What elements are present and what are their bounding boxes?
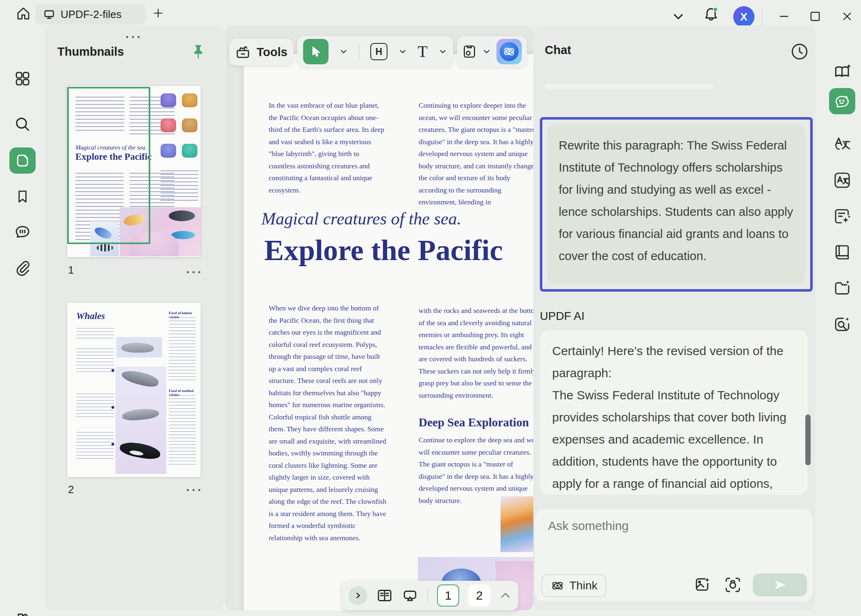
home-icon[interactable] — [16, 6, 31, 23]
save-icon[interactable] — [462, 44, 477, 59]
tools-button-group: Tools — [229, 38, 293, 66]
page-2-button[interactable]: 2 — [468, 584, 490, 607]
thumbnail-2-menu[interactable] — [187, 489, 200, 491]
ai-writer-icon[interactable] — [833, 207, 851, 227]
notifications-bell-icon[interactable] — [703, 6, 719, 25]
ai-translate-icon[interactable] — [833, 135, 851, 155]
pdf-heading-title: Explore the Pacific — [264, 233, 503, 267]
account-avatar[interactable]: X — [733, 6, 755, 27]
document-viewport[interactable]: In the vast embrace of our blue planet, … — [225, 25, 533, 610]
text-tool-chevron-icon[interactable] — [438, 47, 447, 56]
avatar-letter: X — [740, 11, 747, 23]
pdf-deep-para: Continue to explore the deep sea and we … — [419, 434, 533, 507]
ai-read-icon[interactable] — [833, 63, 852, 84]
nav-divider — [427, 589, 428, 602]
heading-tool-button[interactable]: H — [370, 43, 387, 60]
pdf-intro-right: Continuing to explore deeper into the oc… — [419, 100, 533, 208]
ai-assistant-button[interactable] — [496, 39, 522, 64]
reading-mode-icon[interactable] — [376, 587, 393, 604]
think-toggle-button[interactable]: Think — [542, 574, 606, 597]
pin-panel-icon[interactable] — [191, 43, 206, 62]
presentation-icon[interactable] — [402, 587, 418, 604]
thumb-text-block — [169, 317, 196, 383]
thumb-text-block — [76, 349, 114, 375]
thumb-text-block — [76, 394, 114, 417]
toolbox-icon — [235, 44, 251, 60]
thumbnail-page-1[interactable]: Magical creatures of the sea. Explore th… — [67, 86, 201, 257]
thumbnail-page-2[interactable]: Whales Food of baleen whales Food of too… — [67, 303, 201, 477]
search-icon — [14, 116, 31, 133]
collapse-toolbar-icon[interactable] — [672, 10, 685, 25]
close-button[interactable] — [836, 5, 859, 28]
side-by-side-icon[interactable] — [833, 243, 851, 263]
thumbnails-panel-title: Thumbnails — [57, 45, 124, 59]
bookmark-icon — [15, 189, 30, 204]
screenshot-camera-icon[interactable] — [724, 576, 741, 595]
document-tab[interactable]: UPDF-2-files — [35, 4, 146, 25]
sidebar-item-appearance[interactable] — [9, 606, 36, 616]
text-tool-button[interactable]: T — [418, 43, 428, 60]
ai-search-icon[interactable] — [833, 315, 851, 335]
tools-button[interactable]: Tools — [256, 45, 287, 59]
monitor-icon — [43, 9, 55, 20]
sidebar-item-apps[interactable] — [9, 66, 36, 92]
heading-tool-chevron-icon[interactable] — [398, 47, 407, 56]
paperclip-icon — [14, 260, 31, 276]
chat-ai-label: UPDF AI — [540, 310, 585, 323]
ai-swirl-icon — [501, 43, 517, 60]
minimize-button[interactable] — [773, 5, 795, 28]
collapse-nav-chevron-icon[interactable] — [499, 589, 512, 602]
thumb-whale-photo — [116, 337, 162, 358]
tab-title: UPDF-2-files — [61, 8, 122, 21]
panel-drag-handle[interactable] — [126, 36, 140, 38]
ai-files-icon[interactable] — [833, 279, 851, 299]
pdf-image-small — [501, 496, 533, 552]
comment-icon — [14, 223, 31, 240]
page-icon — [15, 153, 30, 168]
chat-panel-title: Chat — [545, 43, 571, 57]
ai-chat-icon[interactable] — [829, 88, 855, 114]
page-1-button[interactable]: 1 — [437, 584, 459, 607]
sidebar-item-thumbnails[interactable] — [9, 147, 36, 174]
chat-ai-response-intro: Certainly! Here’s the revised version of… — [552, 340, 795, 384]
maximize-button[interactable] — [804, 5, 827, 28]
select-tool-button[interactable] — [303, 39, 329, 64]
left-sidebar — [0, 25, 45, 616]
chat-scrollbar[interactable] — [805, 414, 811, 465]
chat-input-card: Ask something Think — [535, 509, 813, 601]
heading-tool-label: H — [375, 46, 382, 57]
save-ai-group — [457, 36, 527, 67]
thumbnails-panel: Thumbnails Magical creatures of the sea.… — [45, 25, 224, 610]
toolbar-divider — [359, 44, 360, 59]
save-chevron-icon[interactable] — [482, 47, 491, 56]
send-icon — [773, 578, 787, 592]
sidebar-item-search[interactable] — [9, 111, 36, 138]
chat-history-icon[interactable] — [791, 43, 809, 62]
pdf-intro-left: In the vast embrace of our blue planet, … — [269, 100, 387, 196]
select-tool-chevron-icon[interactable] — [339, 47, 348, 56]
thumbnail-1-menu[interactable] — [187, 271, 200, 273]
translate-page-icon[interactable] — [833, 171, 851, 191]
page-1-label: 1 — [445, 589, 452, 602]
expand-nav-button[interactable] — [349, 586, 367, 605]
thumbnail-1-selection — [67, 87, 150, 244]
thumb-text-block — [161, 170, 198, 203]
chat-scroll-divider — [545, 84, 713, 89]
send-button[interactable] — [753, 573, 807, 596]
sidebar-item-attachments[interactable] — [9, 255, 36, 281]
sidebar-item-bookmarks[interactable] — [9, 183, 36, 210]
insert-image-icon[interactable] — [694, 576, 710, 594]
chat-prompt-bubble: Rewrite this paragraph: The Swiss Federa… — [547, 125, 805, 283]
pdf-page: In the vast embrace of our blue planet, … — [244, 54, 533, 610]
page-2-label: 2 — [476, 589, 483, 602]
chat-prompt-message: Rewrite this paragraph: The Swiss Federa… — [540, 117, 813, 292]
chat-input[interactable]: Ask something — [548, 519, 629, 533]
pdf-body-right: with the rocks and seaweeds at the botto… — [419, 305, 533, 401]
atom-icon — [551, 579, 564, 593]
thumb-whale-strip — [116, 367, 166, 474]
thumb2-title: Whales — [76, 311, 105, 322]
new-tab-button[interactable] — [152, 7, 165, 21]
palette-icon — [14, 611, 31, 616]
titlebar-separator — [762, 7, 763, 25]
sidebar-item-comments[interactable] — [9, 218, 36, 245]
